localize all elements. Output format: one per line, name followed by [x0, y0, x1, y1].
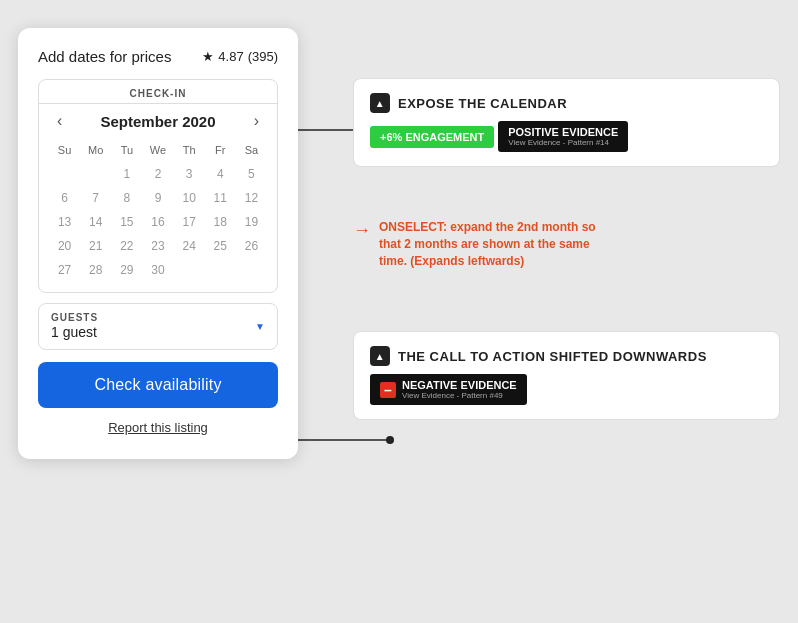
onselect-note: → ONSELECT: expand the 2nd month so that… — [353, 219, 780, 269]
top-annotation-title: ▲ EXPOSE THE CALENDAR — [370, 93, 763, 113]
calendar-day — [205, 258, 236, 282]
calendar-day[interactable]: 2 — [142, 162, 173, 186]
check-availability-button[interactable]: Check availability — [38, 362, 278, 408]
negative-sub: View Evidence - Pattern #49 — [402, 391, 517, 400]
positive-label: POSITIVE EVIDENCE — [508, 126, 618, 138]
next-month-button[interactable]: › — [250, 112, 263, 130]
guests-section[interactable]: GUESTS 1 guest ▼ — [38, 303, 278, 350]
calendar-day[interactable]: 11 — [205, 186, 236, 210]
guests-label: GUESTS — [51, 312, 98, 323]
day-header-th: Th — [174, 142, 205, 158]
calendar-day[interactable]: 13 — [49, 210, 80, 234]
calendar-day[interactable]: 18 — [205, 210, 236, 234]
day-headers: Su Mo Tu We Th Fr Sa — [49, 142, 267, 158]
calendar-day[interactable]: 8 — [111, 186, 142, 210]
calendar-day[interactable]: 29 — [111, 258, 142, 282]
rating-count: (395) — [248, 49, 278, 64]
svg-point-3 — [386, 436, 394, 444]
top-annotation-text: EXPOSE THE CALENDAR — [398, 96, 567, 111]
day-header-tu: Tu — [111, 142, 142, 158]
month-title: September 2020 — [100, 113, 215, 130]
calendar-day[interactable]: 7 — [80, 186, 111, 210]
guests-info: GUESTS 1 guest — [51, 312, 98, 341]
star-icon: ★ — [202, 49, 214, 64]
calendar-day[interactable]: 5 — [236, 162, 267, 186]
calendar-day[interactable]: 12 — [236, 186, 267, 210]
calendar-day[interactable]: 6 — [49, 186, 80, 210]
onselect-text: ONSELECT: expand the 2nd month so that 2… — [379, 219, 599, 269]
day-header-fr: Fr — [205, 142, 236, 158]
engagement-badge: +6% ENGAGEMENT — [370, 126, 494, 148]
calendar-day[interactable]: 27 — [49, 258, 80, 282]
bottom-warning-icon: ▲ — [370, 346, 390, 366]
calendar-day[interactable]: 20 — [49, 234, 80, 258]
calendar-day[interactable]: 10 — [174, 186, 205, 210]
bottom-annotation-title: ▲ THE CALL TO ACTION SHIFTED DOWNWARDS — [370, 346, 763, 366]
calendar-grid: Su Mo Tu We Th Fr Sa 1234567891011121314… — [39, 138, 277, 292]
bottom-annotation-text: THE CALL TO ACTION SHIFTED DOWNWARDS — [398, 349, 707, 364]
calendar-day — [80, 162, 111, 186]
onselect-arrow-icon: → — [353, 220, 371, 241]
day-header-we: We — [142, 142, 173, 158]
bottom-badge-row: – NEGATIVE EVIDENCE View Evidence - Patt… — [370, 374, 763, 405]
calendar-day[interactable]: 9 — [142, 186, 173, 210]
calendar-day[interactable]: 22 — [111, 234, 142, 258]
negative-label: NEGATIVE EVIDENCE — [402, 379, 517, 391]
calendar-day[interactable]: 1 — [111, 162, 142, 186]
card-title: Add dates for prices — [38, 48, 171, 65]
calendar-day[interactable]: 15 — [111, 210, 142, 234]
negative-badge-inner: NEGATIVE EVIDENCE View Evidence - Patter… — [402, 379, 517, 400]
month-nav: ‹ September 2020 › — [39, 104, 277, 138]
calendar-card: Add dates for prices ★ 4.87 (395) CHECK-… — [18, 28, 313, 459]
calendar-day[interactable]: 21 — [80, 234, 111, 258]
right-panel: ▲ EXPOSE THE CALENDAR +6% ENGAGEMENT POS… — [313, 78, 780, 430]
neg-dot-icon: – — [380, 382, 396, 398]
calendar-day[interactable]: 28 — [80, 258, 111, 282]
calendar-wrapper: CHECK-IN ‹ September 2020 › Su Mo Tu We … — [38, 79, 278, 293]
calendar-day — [174, 258, 205, 282]
calendar-day[interactable]: 4 — [205, 162, 236, 186]
calendar-day[interactable]: 25 — [205, 234, 236, 258]
calendar-days: 1234567891011121314151617181920212223242… — [49, 162, 267, 282]
top-warning-icon: ▲ — [370, 93, 390, 113]
negative-evidence-badge: – NEGATIVE EVIDENCE View Evidence - Patt… — [370, 374, 527, 405]
positive-evidence-badge: POSITIVE EVIDENCE View Evidence - Patter… — [498, 121, 628, 152]
report-listing-link[interactable]: Report this listing — [38, 420, 278, 435]
calendar-day[interactable]: 14 — [80, 210, 111, 234]
calendar-day[interactable]: 30 — [142, 258, 173, 282]
bottom-annotation-box: ▲ THE CALL TO ACTION SHIFTED DOWNWARDS –… — [353, 331, 780, 420]
card-header: Add dates for prices ★ 4.87 (395) — [38, 48, 278, 65]
day-header-su: Su — [49, 142, 80, 158]
calendar-day[interactable]: 24 — [174, 234, 205, 258]
checkin-label: CHECK-IN — [39, 80, 277, 104]
top-annotation-box: ▲ EXPOSE THE CALENDAR +6% ENGAGEMENT POS… — [353, 78, 780, 167]
calendar-day — [49, 162, 80, 186]
calendar-day[interactable]: 26 — [236, 234, 267, 258]
top-badge-row: +6% ENGAGEMENT POSITIVE EVIDENCE View Ev… — [370, 121, 763, 152]
calendar-day[interactable]: 16 — [142, 210, 173, 234]
calendar-day — [236, 258, 267, 282]
day-header-mo: Mo — [80, 142, 111, 158]
calendar-day[interactable]: 17 — [174, 210, 205, 234]
day-header-sa: Sa — [236, 142, 267, 158]
positive-sub: View Evidence - Pattern #14 — [508, 138, 609, 147]
guests-value: 1 guest — [51, 324, 97, 340]
calendar-day[interactable]: 19 — [236, 210, 267, 234]
rating: ★ 4.87 (395) — [202, 49, 278, 64]
rating-value: 4.87 — [218, 49, 243, 64]
prev-month-button[interactable]: ‹ — [53, 112, 66, 130]
calendar-day[interactable]: 23 — [142, 234, 173, 258]
guests-dropdown-icon: ▼ — [255, 321, 265, 332]
calendar-day[interactable]: 3 — [174, 162, 205, 186]
